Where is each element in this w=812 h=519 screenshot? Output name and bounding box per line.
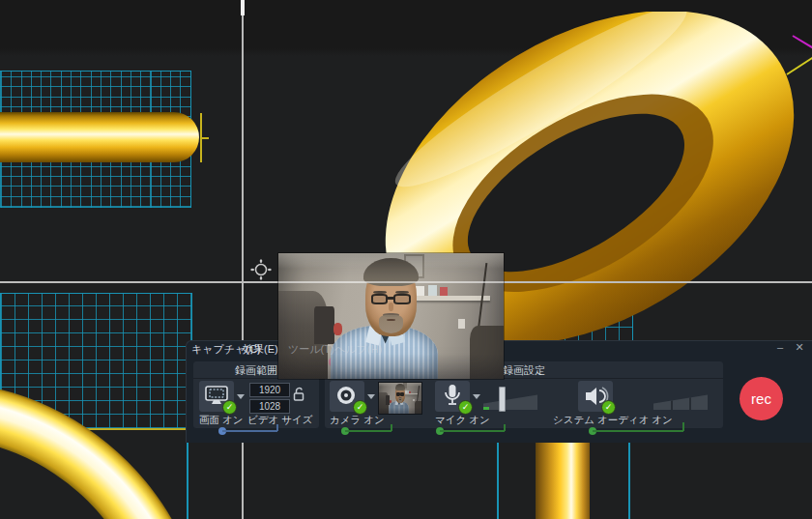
tube-end-marker-tick — [200, 137, 209, 139]
screen-slider-end-tick — [276, 424, 278, 431]
crosshair-line-over-webcam — [278, 281, 504, 283]
menu-help[interactable]: ヘルプ(H) — [334, 342, 382, 357]
close-button[interactable]: ✕ — [791, 340, 808, 355]
selection-edge-line — [187, 441, 188, 519]
webcam-preview-window[interactable] — [278, 253, 504, 379]
rec-button[interactable]: rec — [740, 377, 783, 420]
check-icon — [601, 400, 616, 415]
mic-on-label: マイク オン — [435, 414, 490, 427]
desktop-screen: キャプチャ(C) 効果(E) ツール(T) ヘルプ(H) – ✕ 録画範囲 19… — [0, 0, 812, 519]
screen-on-label: 画面 オン — [199, 414, 243, 427]
minimize-button[interactable]: – — [771, 340, 789, 355]
camera-slider-end-tick — [391, 424, 392, 431]
camera-slider-track[interactable] — [345, 430, 392, 432]
vignette — [278, 253, 504, 379]
mic-level-indicator — [483, 407, 489, 410]
selection-edge-line — [497, 441, 499, 519]
camera-thumbnail — [379, 383, 421, 414]
mic-volume-slider-thumb[interactable] — [499, 387, 506, 412]
height-input[interactable]: 1028 — [249, 399, 290, 414]
menu-effects[interactable]: 効果(E) — [243, 342, 278, 357]
menu-tools[interactable]: ツール(T) — [288, 342, 334, 357]
screen-slider-track[interactable] — [222, 430, 277, 432]
system-audio-on-label: システム オーディオ オン — [553, 414, 673, 427]
mic-slider-track[interactable] — [440, 430, 505, 432]
screen-dropdown-chevron-icon[interactable] — [235, 381, 246, 412]
mic-dropdown-chevron-icon[interactable] — [471, 381, 482, 412]
gold-arc-bottomleft — [0, 367, 179, 519]
webcam-video — [379, 383, 421, 414]
camera-dropdown-chevron-icon[interactable] — [365, 381, 377, 412]
crosshair-icon — [249, 258, 273, 281]
lock-icon[interactable] — [292, 386, 305, 403]
webcam-video — [278, 253, 504, 379]
width-input[interactable]: 1920 — [249, 383, 290, 397]
camera-on-label: カメラ オン — [330, 414, 385, 427]
system-audio-button[interactable] — [578, 381, 613, 412]
mic-slider-end-tick — [504, 424, 506, 431]
vignette — [379, 383, 421, 414]
crosshair-top-tick — [241, 0, 245, 15]
video-size-label: ビデオ サイズ — [247, 414, 312, 427]
screen-select-button[interactable] — [199, 381, 234, 412]
gold-cylinder — [536, 440, 590, 519]
mic-button[interactable] — [435, 381, 470, 412]
gold-tube — [0, 112, 199, 162]
selection-edge-line — [628, 441, 630, 519]
system-slider-track[interactable] — [593, 430, 683, 432]
system-slider-end-tick — [682, 422, 684, 431]
camera-button[interactable] — [330, 381, 364, 412]
